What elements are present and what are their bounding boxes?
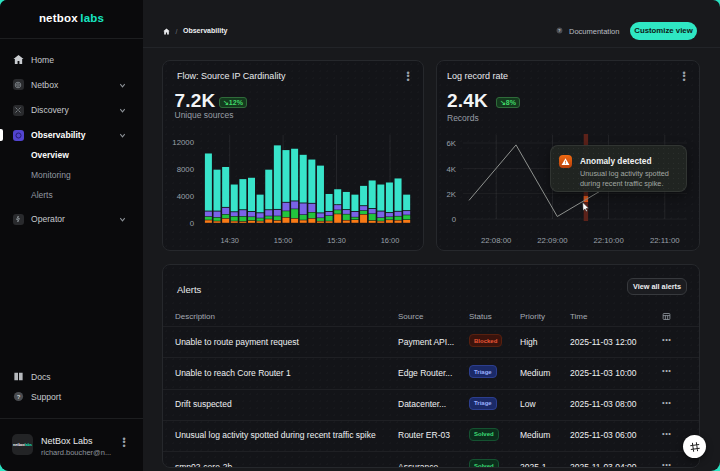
- svg-text:16:00: 16:00: [381, 236, 400, 245]
- svg-text:22:09:00: 22:09:00: [537, 236, 568, 245]
- svg-text:22:08:00: 22:08:00: [481, 236, 512, 245]
- svg-text:8000: 8000: [177, 165, 195, 174]
- svg-text:0: 0: [190, 219, 195, 228]
- svg-text:4000: 4000: [177, 192, 195, 201]
- svg-text:22:11:00: 22:11:00: [650, 236, 680, 245]
- svg-text:4K: 4K: [446, 165, 456, 174]
- svg-text:14:30: 14:30: [220, 236, 239, 245]
- svg-text:15:30: 15:30: [327, 236, 346, 245]
- svg-text:12000: 12000: [172, 138, 194, 147]
- svg-text:22:10:00: 22:10:00: [593, 236, 624, 245]
- svg-text:2K: 2K: [446, 190, 456, 199]
- svg-text:6K: 6K: [446, 139, 456, 148]
- svg-text:?: ?: [17, 394, 21, 400]
- svg-text:0: 0: [452, 215, 457, 224]
- svg-text:15:00: 15:00: [274, 236, 293, 245]
